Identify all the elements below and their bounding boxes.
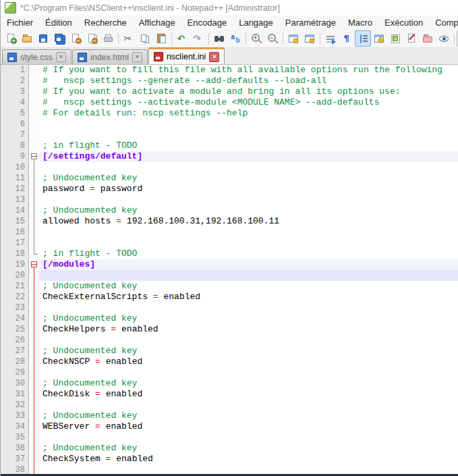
document-switcher-button[interactable] (403, 30, 420, 47)
code-line[interactable]: 29 (1, 367, 458, 378)
save-button[interactable] (35, 30, 51, 47)
code-text[interactable]: allowed hosts = 192.168.100.31,192.168.1… (39, 216, 458, 227)
zoom-in-button[interactable] (248, 30, 264, 47)
code-text[interactable]: [/settings/default] (39, 151, 458, 162)
tab-index-html[interactable]: index.html (72, 49, 148, 64)
fold-toggle-icon[interactable] (29, 259, 39, 270)
code-text[interactable]: ; Undocumented key (39, 411, 458, 421)
code-text[interactable] (39, 400, 458, 411)
code-text[interactable]: CheckSystem = enabled (39, 454, 458, 465)
code-text[interactable] (39, 130, 458, 140)
code-line[interactable]: 30; Undocumented key (1, 378, 458, 389)
code-line[interactable]: 14; Undocumented key (1, 205, 458, 216)
code-text[interactable] (39, 270, 458, 281)
code-line[interactable]: 37CheckSystem = enabled (1, 454, 458, 465)
code-line[interactable]: 17 (1, 238, 458, 248)
code-text[interactable]: CheckDisk = enabled (39, 389, 458, 400)
code-line[interactable]: 16 (1, 227, 458, 238)
code-line[interactable]: 20 (1, 270, 458, 281)
code-text[interactable] (39, 194, 458, 205)
undo-button[interactable] (174, 30, 190, 47)
code-line[interactable]: 31CheckDisk = enabled (1, 389, 458, 400)
paste-button[interactable] (153, 30, 169, 47)
menu-item-parametrage[interactable]: Paramétrage (279, 16, 342, 29)
find-button[interactable] (211, 30, 227, 47)
tab-close-icon[interactable] (209, 52, 219, 62)
folder-workspace-button[interactable] (420, 30, 436, 47)
code-line[interactable]: 27; Undocumented key (1, 346, 458, 356)
word-wrap-button[interactable] (322, 30, 339, 47)
print-button[interactable] (100, 30, 116, 47)
menu-item-complements[interactable]: Compléments (429, 16, 458, 29)
code-line[interactable]: 10 (1, 162, 458, 173)
save-all-button[interactable] (51, 30, 67, 47)
tab-close-icon[interactable] (56, 52, 66, 62)
code-line[interactable]: 21; Undocumented key (1, 281, 458, 292)
document-map-button[interactable] (387, 30, 403, 47)
code-text[interactable]: ; Undocumented key (39, 313, 458, 324)
code-text[interactable]: # If you want to activate a module and b… (39, 86, 458, 97)
code-text[interactable] (39, 162, 458, 173)
code-text[interactable]: ; Undocumented key (39, 443, 458, 454)
code-text[interactable] (39, 119, 458, 130)
code-text[interactable]: ; Undocumented key (39, 378, 458, 389)
code-text[interactable] (39, 465, 458, 474)
editor-area[interactable]: 1# If you want to fill this file with al… (1, 65, 458, 474)
code-text[interactable]: password = password (39, 184, 458, 194)
menu-item-macro[interactable]: Macro (342, 16, 378, 29)
indent-guide-button[interactable] (355, 30, 371, 47)
code-line[interactable]: 19[/modules] (1, 259, 458, 270)
code-line[interactable]: 24; Undocumented key (1, 313, 458, 324)
code-text[interactable]: CheckNSCP = enabled (39, 356, 458, 367)
code-line[interactable]: 5# For details run: nscp settings --help (1, 108, 458, 119)
code-text[interactable]: [/modules] (39, 259, 458, 270)
new-file-button[interactable] (3, 30, 19, 47)
menu-item-edition[interactable]: Édition (39, 16, 78, 29)
menu-item-recherche[interactable]: Recherche (78, 16, 133, 29)
monitoring-button[interactable] (436, 30, 452, 47)
tab-close-icon[interactable] (132, 52, 142, 62)
code-line[interactable]: 15allowed hosts = 192.168.100.31,192.168… (1, 216, 458, 227)
menu-item-affichage[interactable]: Affichage (133, 16, 181, 29)
code-line[interactable]: 32 (1, 400, 458, 411)
copy-button[interactable] (137, 30, 153, 47)
code-text[interactable]: # nscp settings --activate-module <MODUL… (39, 97, 458, 108)
code-text[interactable]: ; Undocumented key (39, 205, 458, 216)
code-line[interactable]: 33; Undocumented key (1, 411, 458, 421)
menu-item-execution[interactable]: Exécution (378, 16, 429, 29)
code-text[interactable]: CheckExternalScripts = enabled (39, 292, 458, 302)
code-line[interactable]: 23 (1, 302, 458, 313)
code-line[interactable]: 18; in flight - TODO (1, 248, 458, 259)
code-line[interactable]: 2# nscp settings --generate --add-defaul… (1, 76, 458, 86)
code-text[interactable]: ; Undocumented key (39, 346, 458, 356)
open-file-button[interactable] (19, 30, 35, 47)
code-line[interactable]: 28CheckNSCP = enabled (1, 356, 458, 367)
sync-vertical-button[interactable] (285, 30, 302, 47)
code-line[interactable]: 34WEBServer = enabled (1, 421, 458, 432)
code-line[interactable]: 11; Undocumented key (1, 173, 458, 184)
code-line[interactable]: 26 (1, 335, 458, 346)
code-line[interactable]: 3# If you want to activate a module and … (1, 86, 458, 97)
tab-nsclient-ini[interactable]: nsclient.ini (148, 47, 225, 64)
cut-button[interactable] (121, 30, 137, 47)
zoom-out-button[interactable] (264, 30, 281, 47)
fold-toggle-icon[interactable] (29, 151, 39, 162)
close-button[interactable] (67, 30, 84, 47)
code-line[interactable]: 38 (1, 465, 458, 474)
code-text[interactable]: ; Undocumented key (39, 173, 458, 184)
menu-item-fichier[interactable]: Fichier (1, 16, 39, 29)
code-text[interactable]: WEBServer = enabled (39, 421, 458, 432)
code-text[interactable]: ; in flight - TODO (39, 248, 458, 259)
menu-item-encodage[interactable]: Encodage (181, 16, 233, 29)
code-line[interactable]: 25CheckHelpers = enabled (1, 324, 458, 335)
code-text[interactable] (39, 302, 458, 313)
redo-button[interactable] (190, 30, 206, 47)
code-line[interactable]: 9[/settings/default] (1, 151, 458, 162)
code-text[interactable]: # For details run: nscp settings --help (39, 108, 458, 119)
code-text[interactable]: # If you want to fill this file with all… (39, 65, 458, 76)
menu-item-langage[interactable]: Langage (233, 16, 279, 29)
code-line[interactable]: 13 (1, 194, 458, 205)
code-line[interactable]: 36; Undocumented key (1, 443, 458, 454)
replace-button[interactable] (227, 30, 244, 47)
code-text[interactable] (39, 432, 458, 443)
